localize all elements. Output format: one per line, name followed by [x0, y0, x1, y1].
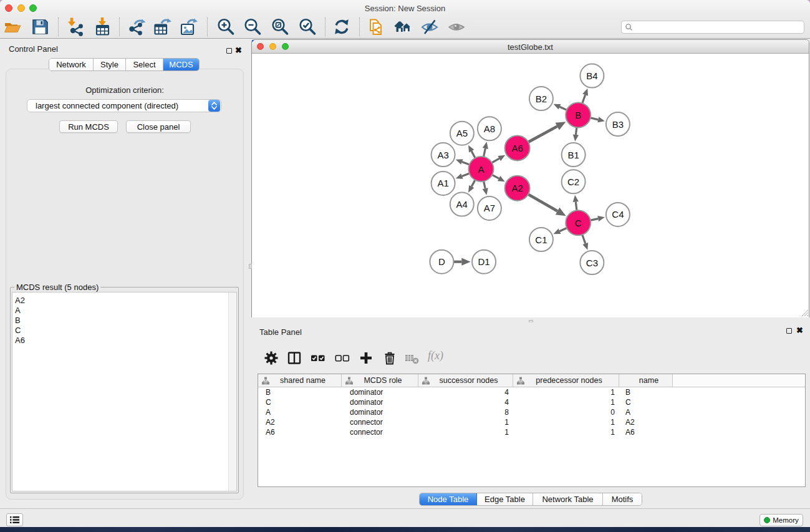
mcds-result-item[interactable]: A: [12, 306, 236, 316]
tab-network[interactable]: Network: [49, 59, 94, 70]
edge-C-C3[interactable]: [582, 235, 586, 244]
column-header-successor-nodes[interactable]: successor nodes: [418, 374, 513, 387]
home-icon[interactable]: [393, 17, 412, 36]
panel-selector-button[interactable]: [6, 513, 23, 526]
table-cell: dominator: [342, 397, 418, 407]
node-label-D1: D1: [478, 256, 490, 267]
zoom-fit-icon[interactable]: [271, 17, 289, 36]
run-mcds-button[interactable]: Run MCDS: [59, 120, 118, 133]
close-panel-icon[interactable]: ✖: [235, 47, 242, 54]
float-panel-icon[interactable]: [226, 48, 232, 54]
table-panel-tabs: Node TableEdge TableNetwork TableMotifs: [419, 493, 642, 506]
tab-network-table[interactable]: Network Table: [533, 493, 603, 505]
table-row[interactable]: Cdominator41C: [258, 397, 805, 407]
search-icon: [625, 23, 633, 31]
close-panel-button[interactable]: Close panel: [126, 120, 191, 133]
tab-motifs[interactable]: Motifs: [603, 493, 642, 505]
edge-B-B1[interactable]: [576, 128, 576, 135]
edge-A-A1[interactable]: [462, 173, 469, 176]
node-label-A: A: [478, 164, 484, 175]
import-table-icon[interactable]: [93, 17, 112, 36]
memory-button[interactable]: Memory: [759, 514, 803, 526]
table-row[interactable]: Adominator80A: [258, 407, 805, 417]
edge-B-B3[interactable]: [591, 118, 598, 120]
zoom-in-icon[interactable]: [216, 17, 235, 36]
trash-icon[interactable]: [382, 351, 397, 365]
search-field[interactable]: [621, 21, 804, 34]
table-row[interactable]: A6connector11A6: [258, 427, 805, 437]
node-label-B2: B2: [536, 94, 547, 104]
toolbar-separator: [359, 17, 360, 36]
edge-A2-C[interactable]: [528, 195, 557, 211]
tab-mcds[interactable]: MCDS: [163, 59, 199, 70]
export-image-icon[interactable]: [179, 17, 198, 36]
table-cell: A2: [619, 417, 673, 427]
edge-C-C1[interactable]: [559, 228, 566, 231]
export-table-icon[interactable]: [153, 17, 171, 36]
table-cell: A: [258, 407, 342, 417]
column-header-predecessor-nodes[interactable]: predecessor nodes: [513, 374, 619, 387]
edge-A-A5[interactable]: [471, 151, 475, 158]
mcds-result-item[interactable]: B: [12, 316, 236, 326]
zoom-out-icon[interactable]: [243, 17, 262, 36]
table-panel: Table Panel ✖: [251, 322, 810, 508]
vertical-splitter-handle[interactable]: [249, 264, 252, 269]
edge-C-C2[interactable]: [576, 201, 577, 210]
criterion-dropdown[interactable]: largest connected component (directed): [27, 99, 221, 112]
plus-icon[interactable]: [359, 351, 374, 365]
edge-B-B4[interactable]: [582, 95, 586, 103]
mcds-result-box: MCDS result (5 nodes) A2ABCA6: [10, 287, 239, 493]
network-canvas[interactable]: AA1A2A3A4A5A6A7A8BB1B2B3B4CC1C2C3C4DD1: [252, 54, 809, 317]
table-row[interactable]: Bdominator41B: [258, 387, 805, 397]
function-builder-icon[interactable]: f(x): [428, 349, 443, 362]
close-table-panel-icon[interactable]: ✖: [796, 327, 803, 334]
column-header-name[interactable]: name: [619, 374, 673, 387]
edge-A6-B[interactable]: [529, 127, 557, 142]
split-view-icon[interactable]: [287, 351, 302, 365]
window-focus-corner: [252, 40, 254, 42]
edge-A-A8[interactable]: [484, 148, 486, 157]
save-icon[interactable]: [31, 17, 49, 36]
column-header-shared-name[interactable]: shared name: [258, 374, 342, 387]
edge-A-A3[interactable]: [462, 162, 469, 164]
checked-boxes-icon[interactable]: [311, 351, 325, 365]
resize-grip-icon[interactable]: [801, 309, 808, 316]
tab-select[interactable]: Select: [126, 59, 163, 70]
network-window: testGlobe.txt AA1A2A3A4A5A6A7A8BB1B2B3B4…: [251, 39, 809, 317]
edge-C-C4[interactable]: [591, 219, 598, 221]
open-folder-icon[interactable]: [3, 17, 22, 36]
tab-edge-table[interactable]: Edge Table: [477, 493, 533, 505]
table-cell: 1: [513, 427, 619, 437]
mcds-result-item[interactable]: C: [12, 326, 236, 336]
edge-A-A7[interactable]: [484, 181, 485, 188]
column-header-MCDS-role[interactable]: MCDS role: [342, 374, 418, 387]
hierarchy-icon: [262, 377, 269, 387]
edge-A-A6[interactable]: [492, 158, 499, 163]
gear-icon[interactable]: [264, 351, 279, 365]
unchecked-boxes-icon[interactable]: [335, 351, 350, 365]
edge-A-A4[interactable]: [471, 180, 475, 186]
export-network-icon[interactable]: [127, 17, 146, 36]
scrollbar-track[interactable]: [228, 293, 236, 491]
node-label-B4: B4: [586, 70, 597, 81]
delete-table-icon[interactable]: [405, 351, 420, 365]
table-row[interactable]: A2connector11A2: [258, 417, 805, 427]
memory-status-icon: [764, 517, 770, 523]
mcds-result-item[interactable]: A6: [12, 336, 236, 346]
network-window-titlebar[interactable]: testGlobe.txt: [252, 40, 809, 54]
edge-B-B2[interactable]: [559, 107, 566, 110]
table-cell: 0: [513, 407, 619, 417]
refresh-icon[interactable]: [332, 17, 351, 36]
show-eye-icon[interactable]: [447, 17, 466, 36]
import-network-icon[interactable]: [65, 17, 84, 36]
hide-eye-icon[interactable]: [420, 17, 439, 36]
tab-style[interactable]: Style: [94, 59, 126, 70]
zoom-selected-icon[interactable]: [298, 17, 317, 36]
mcds-result-item[interactable]: A2: [12, 296, 236, 306]
float-table-panel-icon[interactable]: [786, 328, 792, 334]
session-share-icon[interactable]: [366, 17, 385, 36]
search-input[interactable]: [633, 23, 804, 32]
tab-node-table[interactable]: Node Table: [420, 493, 477, 505]
edge-A-A2[interactable]: [493, 175, 499, 179]
mcds-result-list[interactable]: A2ABCA6: [12, 292, 237, 491]
